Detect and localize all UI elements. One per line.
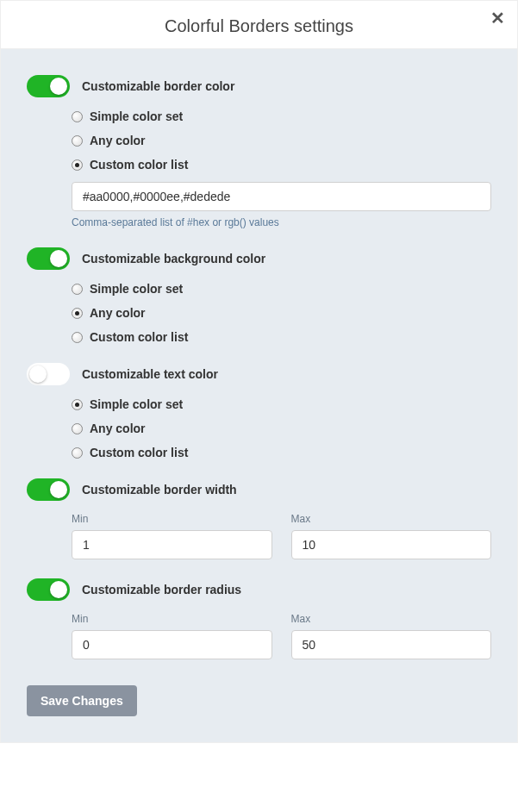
border-radius-max-input[interactable] <box>291 630 492 659</box>
section-background-color: Customizable background color Simple col… <box>27 247 491 344</box>
toggle-text-color[interactable] <box>27 363 70 385</box>
toggle-knob <box>50 581 67 598</box>
radio-icon <box>72 423 83 434</box>
radio-icon <box>72 308 83 319</box>
radio-label: Any color <box>90 134 146 147</box>
toggle-knob <box>29 365 47 383</box>
toggle-border-radius[interactable] <box>27 578 70 601</box>
radio-group-text-color: Simple color set Any color Custom color … <box>27 397 491 459</box>
radio-border-color-simple[interactable]: Simple color set <box>72 109 491 123</box>
section-header: Customizable background color <box>27 247 491 270</box>
section-title: Customizable background color <box>82 252 265 265</box>
section-title: Customizable border radius <box>82 583 241 597</box>
border-radius-inputs: Min Max <box>27 613 491 659</box>
radio-icon <box>72 111 83 122</box>
radio-label: Custom color list <box>90 330 188 344</box>
radio-label: Any color <box>90 306 146 320</box>
section-header: Customizable text color <box>27 363 491 385</box>
modal-body: Customizable border color Simple color s… <box>1 49 517 742</box>
radio-text-color-any[interactable]: Any color <box>72 422 491 435</box>
modal-title: Colorful Borders settings <box>18 16 500 36</box>
radio-label: Simple color set <box>90 282 183 296</box>
section-text-color: Customizable text color Simple color set… <box>27 363 491 459</box>
section-border-width: Customizable border width Min Max <box>27 478 491 559</box>
radio-label: Any color <box>90 422 146 435</box>
section-title: Customizable text color <box>82 367 218 381</box>
radio-background-color-custom[interactable]: Custom color list <box>72 330 491 344</box>
border-width-min-input[interactable] <box>72 530 272 559</box>
modal-header: Colorful Borders settings ✕ <box>1 1 517 49</box>
field-label-max: Max <box>291 613 492 625</box>
field-label-max: Max <box>291 513 492 525</box>
radio-group-border-color: Simple color set Any color Custom color … <box>27 109 491 172</box>
radio-background-color-simple[interactable]: Simple color set <box>72 282 491 296</box>
border-radius-min-col: Min <box>72 613 272 659</box>
radio-icon <box>72 332 83 343</box>
toggle-border-color[interactable] <box>27 75 70 97</box>
save-button[interactable]: Save Changes <box>27 685 137 716</box>
radio-label: Simple color set <box>90 397 183 411</box>
custom-color-block: Comma-separated list of #hex or rgb() va… <box>27 182 491 228</box>
border-width-max-input[interactable] <box>291 530 492 559</box>
border-width-min-col: Min <box>72 513 272 559</box>
radio-icon <box>72 447 83 459</box>
border-width-max-col: Max <box>291 513 492 559</box>
field-label-min: Min <box>72 613 272 625</box>
radio-text-color-simple[interactable]: Simple color set <box>72 397 491 411</box>
radio-label: Custom color list <box>90 446 188 459</box>
field-label-min: Min <box>72 513 272 525</box>
radio-background-color-any[interactable]: Any color <box>72 306 491 320</box>
radio-text-color-custom[interactable]: Custom color list <box>72 446 491 459</box>
radio-icon <box>72 135 83 147</box>
border-width-inputs: Min Max <box>27 513 491 559</box>
settings-modal: Colorful Borders settings ✕ Customizable… <box>0 0 518 743</box>
border-radius-min-input[interactable] <box>72 630 272 659</box>
section-title: Customizable border width <box>82 483 237 497</box>
section-header: Customizable border color <box>27 75 491 97</box>
section-border-color: Customizable border color Simple color s… <box>27 75 491 228</box>
radio-group-background-color: Simple color set Any color Custom color … <box>27 282 491 344</box>
border-radius-max-col: Max <box>291 613 492 659</box>
radio-icon <box>72 284 83 295</box>
custom-color-hint: Comma-separated list of #hex or rgb() va… <box>72 216 491 228</box>
section-header: Customizable border width <box>27 478 491 501</box>
toggle-background-color[interactable] <box>27 247 70 270</box>
radio-icon <box>72 399 83 410</box>
radio-border-color-any[interactable]: Any color <box>72 134 491 147</box>
custom-color-input[interactable] <box>72 182 491 211</box>
section-header: Customizable border radius <box>27 578 491 601</box>
radio-border-color-custom[interactable]: Custom color list <box>72 158 491 172</box>
toggle-knob <box>50 481 67 498</box>
section-border-radius: Customizable border radius Min Max <box>27 578 491 659</box>
section-title: Customizable border color <box>82 79 234 93</box>
radio-label: Simple color set <box>90 109 183 123</box>
toggle-knob <box>50 78 67 95</box>
toggle-border-width[interactable] <box>27 478 70 501</box>
radio-icon <box>72 159 83 171</box>
close-icon[interactable]: ✕ <box>490 9 505 27</box>
radio-label: Custom color list <box>90 158 188 172</box>
toggle-knob <box>50 250 67 267</box>
